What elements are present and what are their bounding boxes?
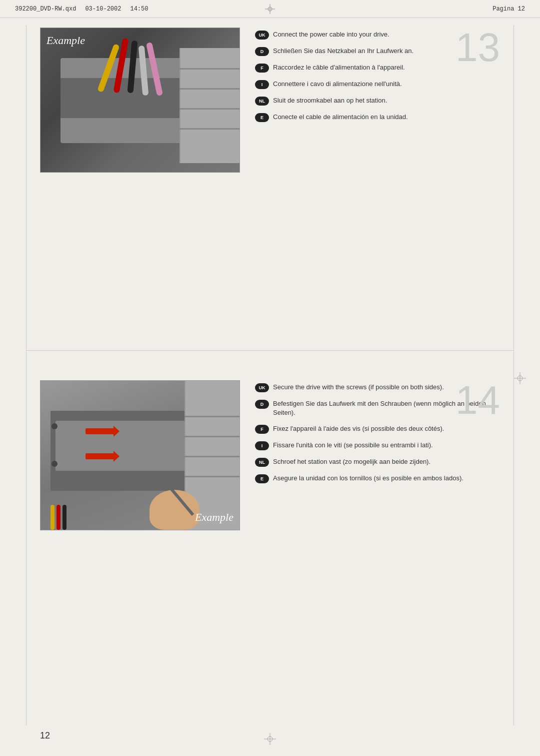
section-13: Example 13 UK Connect the power cable in… xyxy=(40,28,500,198)
crosshair-top-icon xyxy=(265,4,275,14)
section-14-image-label: Example xyxy=(195,511,234,524)
lang-text-f-13: Raccordez le câble d'alimentation à l'ap… xyxy=(273,63,405,72)
header-page-label: Pagina 12 xyxy=(492,6,525,13)
lang-text-f-14: Fixez l'appareil à l'aide des vis (si po… xyxy=(273,424,444,433)
lang-badge-uk-14: UK xyxy=(255,383,269,392)
lang-badge-d-14: D xyxy=(255,400,269,409)
lang-entry-f-14: F Fixez l'appareil à l'aide des vis (si … xyxy=(255,424,500,434)
section-14-step-number: 14 xyxy=(456,380,500,420)
shelf-14-3 xyxy=(184,456,240,457)
lang-badge-f-13: F xyxy=(255,64,269,73)
lang-entry-i-13: I Connettere i cavo di alimentazione nel… xyxy=(255,80,500,89)
red-arrow-2 xyxy=(86,453,116,459)
section-13-image-bg xyxy=(40,28,240,172)
shelf-14-2 xyxy=(184,436,240,437)
cable-14-3 xyxy=(62,505,66,530)
lang-badge-i-13: I xyxy=(255,80,269,89)
lang-entry-e-13: E Conecte el cable de alimentación en la… xyxy=(255,113,500,122)
lang-badge-e-14: E xyxy=(255,474,269,483)
lang-badge-e-13: E xyxy=(255,113,269,122)
red-arrow-1 xyxy=(86,428,116,434)
lang-badge-nl-13: NL xyxy=(255,97,269,106)
screw-hole-1 xyxy=(52,423,58,429)
section-13-step-number: 13 xyxy=(456,28,500,68)
lang-badge-f-14: F xyxy=(255,425,269,434)
section-13-instructions: 13 UK Connect the power cable into your … xyxy=(255,28,500,198)
shelf-14-1 xyxy=(184,416,240,417)
lang-text-nl-13: Sluit de stroomkabel aan op het station. xyxy=(273,96,387,105)
lang-badge-nl-14: NL xyxy=(255,458,269,467)
section-14-image: Example xyxy=(40,380,240,530)
left-decoration-line xyxy=(26,25,26,725)
drive-slot xyxy=(60,78,186,118)
shelf-14-4 xyxy=(184,476,240,477)
section-14: Example 14 UK Secure the drive with the … xyxy=(40,380,500,660)
lang-text-i-14: Fissare l'unità con le viti (se possibil… xyxy=(273,441,433,450)
lang-entry-e-14: E Asegure la unidad con los tornillos (s… xyxy=(255,474,500,483)
lang-text-e-14: Asegure la unidad con los tornillos (si … xyxy=(273,474,464,483)
lang-text-e-13: Conecte el cable de alimentación en la u… xyxy=(273,113,408,122)
section-14-image-bg xyxy=(40,381,240,530)
header: 392200_DVD-RW.qxd 03-10-2002 14:50 Pagin… xyxy=(0,0,540,18)
lang-entry-i-14: I Fissare l'unità con le viti (se possib… xyxy=(255,441,500,450)
lang-text-uk-13: Connect the power cable into your drive. xyxy=(273,30,390,39)
shelf-3 xyxy=(180,108,240,110)
cable-14-1 xyxy=(50,505,54,530)
lang-text-i-13: Connettere i cavo di alimentazione nell'… xyxy=(273,80,402,89)
lang-badge-uk-13: UK xyxy=(255,31,269,40)
lang-entry-nl-14: NL Schroef het station vast (zo mogelijk… xyxy=(255,457,500,467)
header-time: 14:50 xyxy=(130,6,148,13)
shelf-4 xyxy=(180,128,240,130)
cable-14-2 xyxy=(56,505,60,530)
metal-panel xyxy=(180,48,240,163)
lang-badge-d-13: D xyxy=(255,47,269,56)
lang-text-uk-14: Secure the drive with the screws (if pos… xyxy=(273,383,444,392)
page: 392200_DVD-RW.qxd 03-10-2002 14:50 Pagin… xyxy=(0,0,540,756)
crosshair-bottom-icon xyxy=(264,733,276,745)
section-14-instructions: 14 UK Secure the drive with the screws (… xyxy=(255,380,500,660)
shelf-1 xyxy=(180,68,240,70)
hand xyxy=(150,490,200,530)
crosshair-right-icon xyxy=(514,372,526,384)
header-date: 03-10-2002 xyxy=(85,6,121,13)
page-number: 12 xyxy=(40,730,50,741)
lang-entry-nl-13: NL Sluit de stroomkabel aan op het stati… xyxy=(255,96,500,106)
lang-text-d-13: Schließen Sie das Netzkabel an Ihr Laufw… xyxy=(273,47,414,56)
lang-badge-i-14: I xyxy=(255,441,269,450)
shelf-2 xyxy=(180,88,240,90)
header-filename: 392200_DVD-RW.qxd xyxy=(15,6,76,13)
section-13-image-label: Example xyxy=(46,34,85,47)
drive-14 xyxy=(56,421,186,471)
section-13-image: Example xyxy=(40,28,240,173)
section-divider xyxy=(26,350,514,351)
lang-text-nl-14: Schroef het station vast (zo mogelijk aa… xyxy=(273,457,430,466)
screw-hole-2 xyxy=(52,461,58,467)
